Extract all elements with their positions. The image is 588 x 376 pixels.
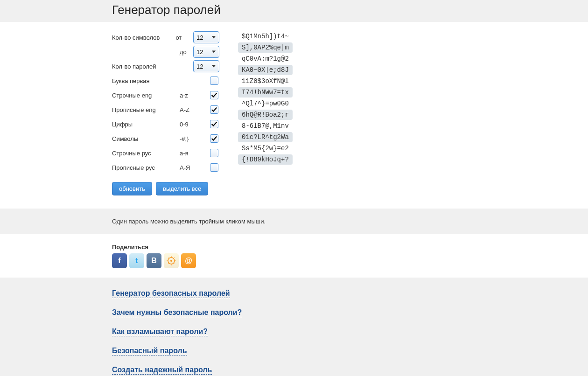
refresh-button[interactable]: обновить (112, 182, 152, 195)
first-letter-label: Буква первая (112, 77, 180, 84)
odnoklassniki-icon[interactable] (164, 253, 179, 268)
from-label: от (175, 34, 193, 41)
upper-eng-range: A-Z (180, 106, 198, 113)
symbols-checkbox[interactable] (210, 134, 218, 143)
upper-rus-range: А-Я (180, 164, 198, 171)
page-title: Генератор паролей (112, 3, 476, 17)
digits-checkbox[interactable] (210, 120, 218, 128)
tip-text: Один пароль можно выделить тройным клико… (112, 218, 476, 225)
share-title: Поделиться (112, 244, 476, 251)
digits-label: Цифры (112, 121, 180, 128)
lower-eng-label: Строчные eng (112, 92, 180, 99)
password-item[interactable]: {!D89kHoJq+? (238, 154, 293, 165)
select-all-button[interactable]: выделить все (156, 182, 208, 195)
password-item[interactable]: 6hQ@R!Boa2;r (238, 110, 293, 120)
password-item[interactable]: 11Z0$3oXfN@l (238, 76, 293, 86)
article-link[interactable]: Создать надежный пароль (112, 366, 212, 375)
options-form: Кол-во символов от 12 до 12 Кол-во парол… (112, 31, 219, 195)
symbols-label: Символы (112, 135, 180, 142)
password-item[interactable]: 01c?LR^tg2Wa (238, 132, 293, 142)
count-label: Кол-во паролей (112, 63, 175, 70)
chars-label: Кол-во символов (112, 34, 175, 41)
count-select[interactable]: 12 (193, 60, 219, 72)
password-item[interactable]: I74!bNWw7=tx (238, 87, 293, 97)
upper-rus-label: Прописные рус (112, 164, 180, 171)
to-label: до (112, 49, 193, 56)
lower-eng-checkbox[interactable] (210, 91, 218, 99)
password-item[interactable]: $Q1Mn5h])t4~ (238, 31, 293, 42)
password-item[interactable]: 8-6lB7@,M1nv (238, 121, 293, 131)
upper-eng-checkbox[interactable] (210, 105, 218, 114)
chars-to-select[interactable]: 12 (193, 46, 219, 58)
upper-rus-checkbox[interactable] (210, 163, 218, 172)
twitter-icon[interactable]: t (129, 253, 144, 268)
article-link[interactable]: Зачем нужны безопасные пароли? (112, 308, 242, 317)
password-item[interactable]: S],0AP2%qe|m (238, 42, 293, 53)
facebook-icon[interactable]: f (112, 253, 127, 268)
symbols-range: -#;} (180, 135, 198, 142)
lower-rus-checkbox[interactable] (210, 149, 218, 157)
password-item[interactable]: qC0vA:m?1g@2 (238, 54, 293, 64)
article-link[interactable]: Генератор безопасных паролей (112, 289, 230, 298)
first-letter-checkbox[interactable] (210, 77, 218, 85)
password-item[interactable]: KA0~0X|e;d8J (238, 65, 293, 75)
article-link[interactable]: Безопасный пароль (112, 347, 187, 355)
password-item[interactable]: Ss*M5{2w}=e2 (238, 143, 293, 153)
password-item[interactable]: ^Ql7^}=pw0G0 (238, 98, 293, 109)
article-link[interactable]: Как взламывают пароли? (112, 327, 208, 336)
svg-point-1 (170, 260, 172, 262)
digits-range: 0-9 (180, 121, 198, 128)
upper-eng-label: Прописные eng (112, 106, 180, 113)
lower-rus-label: Строчные рус (112, 150, 180, 157)
mailru-icon[interactable]: @ (181, 253, 196, 268)
lower-eng-range: a-z (180, 92, 198, 99)
chars-from-select[interactable]: 12 (193, 31, 219, 43)
vkontakte-icon[interactable]: B (147, 253, 161, 268)
passwords-list: $Q1Mn5h])t4~S],0AP2%qe|mqC0vA:m?1g@2KA0~… (238, 31, 293, 195)
lower-rus-range: а-я (180, 150, 198, 157)
